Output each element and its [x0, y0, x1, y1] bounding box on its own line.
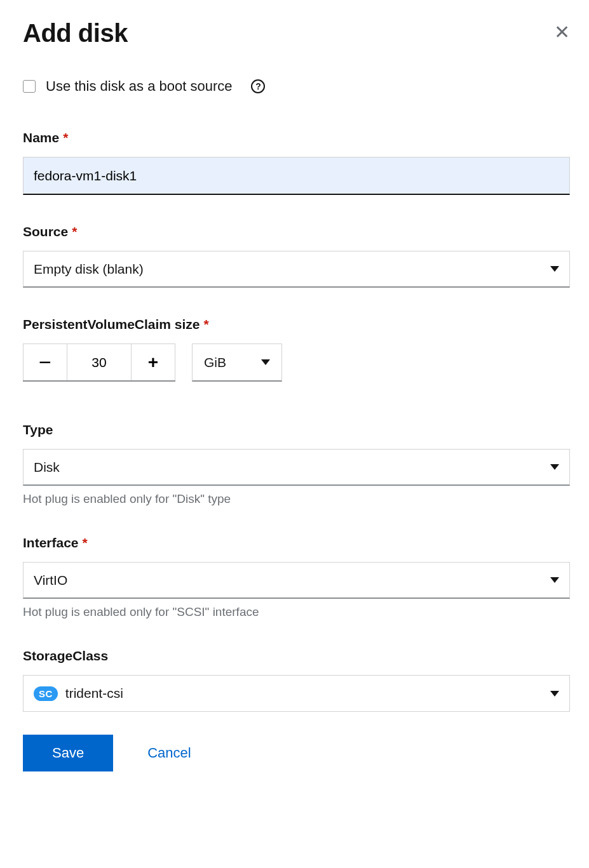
- chevron-down-icon: [550, 464, 559, 470]
- type-group: Type Disk Hot plug is enabled only for "…: [23, 422, 570, 506]
- required-marker: *: [204, 317, 209, 331]
- pvc-size-group: PersistentVolumeClaim size* − + GiB: [23, 317, 570, 382]
- help-icon[interactable]: ?: [251, 79, 265, 93]
- minus-icon: −: [39, 350, 51, 375]
- type-select[interactable]: Disk: [23, 449, 570, 486]
- required-marker: *: [72, 224, 77, 239]
- source-group: Source* Empty disk (blank): [23, 224, 570, 288]
- save-button[interactable]: Save: [23, 735, 113, 771]
- dialog-header: Add disk ✕: [23, 19, 570, 48]
- quantity-stepper: − +: [23, 344, 175, 382]
- pvc-unit-value: GiB: [204, 355, 226, 370]
- pvc-size-label-text: PersistentVolumeClaim size: [23, 317, 200, 331]
- dialog-footer: Save Cancel: [23, 735, 570, 771]
- source-select[interactable]: Empty disk (blank): [23, 251, 570, 288]
- name-group: Name*: [23, 130, 570, 195]
- name-label-text: Name: [23, 130, 59, 145]
- name-input[interactable]: [23, 157, 570, 195]
- required-marker: *: [63, 130, 68, 145]
- boot-source-label: Use this disk as a boot source: [46, 78, 232, 95]
- required-marker: *: [83, 535, 88, 550]
- type-helper-text: Hot plug is enabled only for "Disk" type: [23, 492, 570, 506]
- interface-group: Interface* VirtIO Hot plug is enabled on…: [23, 535, 570, 619]
- source-selected-value: Empty disk (blank): [34, 262, 144, 277]
- close-icon: ✕: [554, 22, 570, 43]
- storageclass-selected-value: trident-csi: [65, 686, 123, 701]
- cancel-button[interactable]: Cancel: [147, 745, 191, 761]
- storageclass-badge: SC: [34, 686, 58, 701]
- pvc-size-controls: − + GiB: [23, 344, 570, 382]
- storageclass-selected-wrapper: SC trident-csi: [34, 686, 123, 701]
- chevron-down-icon: [550, 577, 559, 583]
- interface-selected-value: VirtIO: [34, 573, 67, 588]
- interface-label-text: Interface: [23, 535, 79, 550]
- storageclass-group: StorageClass SC trident-csi: [23, 648, 570, 712]
- dialog-title: Add disk: [23, 19, 128, 48]
- interface-label: Interface*: [23, 535, 570, 551]
- source-label-text: Source: [23, 224, 68, 239]
- chevron-down-icon: [550, 691, 559, 697]
- increment-button[interactable]: +: [131, 344, 175, 380]
- interface-select[interactable]: VirtIO: [23, 562, 570, 599]
- pvc-size-label: PersistentVolumeClaim size*: [23, 317, 570, 332]
- type-selected-value: Disk: [34, 460, 60, 475]
- chevron-down-icon: [550, 266, 559, 272]
- decrement-button[interactable]: −: [23, 344, 67, 380]
- name-label: Name*: [23, 130, 570, 145]
- boot-source-row: Use this disk as a boot source ?: [23, 78, 570, 95]
- storageclass-select[interactable]: SC trident-csi: [23, 675, 570, 712]
- pvc-size-input[interactable]: [67, 344, 131, 380]
- close-button[interactable]: ✕: [554, 23, 570, 42]
- pvc-unit-select[interactable]: GiB: [192, 344, 282, 382]
- interface-helper-text: Hot plug is enabled only for "SCSI" inte…: [23, 605, 570, 619]
- source-label: Source*: [23, 224, 570, 239]
- type-label: Type: [23, 422, 570, 437]
- boot-source-checkbox[interactable]: [23, 80, 36, 93]
- storageclass-label: StorageClass: [23, 648, 570, 664]
- add-disk-dialog: Add disk ✕ Use this disk as a boot sourc…: [0, 0, 589, 803]
- plus-icon: +: [148, 352, 158, 373]
- chevron-down-icon: [261, 359, 270, 365]
